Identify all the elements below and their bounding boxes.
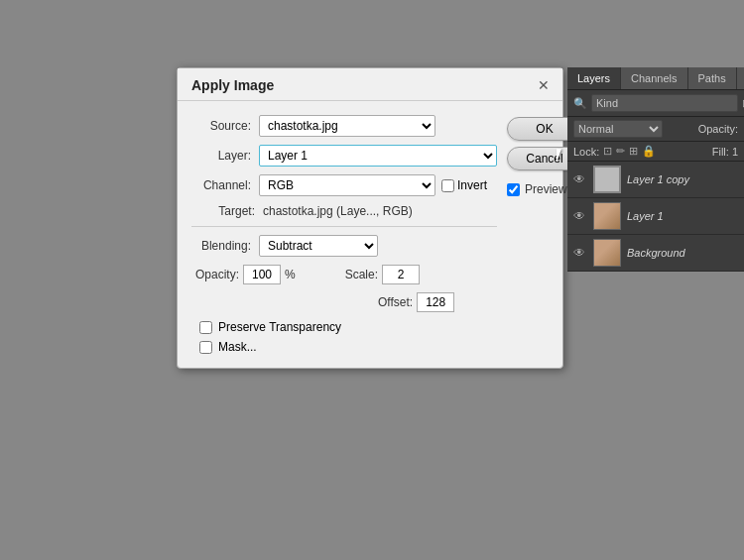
lock-label: Lock: — [573, 146, 599, 158]
preserve-transparency-row: Preserve Transparency — [191, 320, 497, 334]
offset-row: Offset: — [191, 292, 497, 312]
opacity-group: Opacity: % — [191, 265, 296, 284]
blending-label: Blending: — [191, 239, 259, 253]
eye-icon-copy[interactable]: 👁 — [573, 172, 587, 186]
blending-select[interactable]: Normal Multiply Screen Overlay Subtract … — [259, 235, 378, 257]
scale-group: Scale: — [345, 265, 420, 284]
offset-input[interactable] — [417, 292, 454, 312]
dialog-fields: Source: chastotka.jpg Layer: Background … — [191, 115, 497, 354]
offset-label: Offset: — [378, 295, 413, 309]
invert-checkbox[interactable] — [441, 179, 454, 192]
preview-checkbox[interactable] — [507, 183, 520, 196]
tab-layers[interactable]: Layers — [567, 67, 621, 89]
layer-row: Layer: Background Layer 1 Layer 1 copy — [191, 145, 497, 167]
lock-icon-4[interactable]: 🔒 — [642, 145, 656, 158]
search-icon: 🔍 — [573, 97, 587, 110]
target-label: Target: — [195, 204, 263, 218]
source-select[interactable]: chastotka.jpg — [259, 115, 435, 137]
layer-label: Layer: — [191, 149, 259, 163]
channel-controls: RGB Red Green Blue Invert — [259, 174, 487, 196]
scale-input[interactable] — [382, 265, 420, 284]
offset-group: Offset: — [378, 292, 454, 312]
invert-label: Invert — [457, 178, 487, 192]
lock-row: Lock: ⊡ ✏ ⊞ 🔒 Fill: 1 — [567, 142, 744, 162]
close-button[interactable]: ✕ — [535, 76, 553, 94]
invert-group: Invert — [441, 178, 487, 192]
preview-label: Preview — [525, 182, 567, 196]
layer-name-copy: Layer 1 copy — [627, 173, 689, 185]
layer-item-bg[interactable]: 👁 Background — [567, 235, 744, 272]
panel-search-row: 🔍 ⊡ ✏ T ⊞ — [567, 90, 744, 117]
preserve-transparency-checkbox[interactable] — [199, 321, 212, 334]
layer-name-1: Layer 1 — [627, 210, 664, 222]
layer-search-input[interactable] — [591, 94, 738, 112]
source-label: Source: — [191, 119, 259, 133]
opacity-text: Opacity: — [698, 123, 738, 135]
lock-icon-2[interactable]: ✏ — [616, 145, 625, 158]
channel-label: Channel: — [191, 178, 259, 192]
channel-select[interactable]: RGB Red Green Blue — [259, 174, 435, 196]
opacity-input[interactable] — [243, 265, 281, 284]
mask-label: Mask... — [218, 340, 257, 354]
preserve-transparency-label: Preserve Transparency — [218, 320, 341, 334]
tab-channels[interactable]: Channels — [621, 67, 687, 89]
opacity-scale-row: Opacity: % Scale: — [191, 265, 497, 284]
percent-label: % — [285, 268, 296, 281]
dialog-titlebar: Apply Image ✕ — [178, 68, 562, 101]
scale-label: Scale: — [345, 268, 378, 281]
layers-panel: Layers Channels Paths 🔍 ⊡ ✏ T ⊞ Normal O… — [567, 67, 744, 272]
layer-item-copy[interactable]: 👁 Layer 1 copy — [567, 162, 744, 198]
separator — [191, 226, 497, 227]
blend-mode-select[interactable]: Normal — [573, 120, 663, 138]
layer-select[interactable]: Background Layer 1 Layer 1 copy — [259, 145, 497, 167]
source-row: Source: chastotka.jpg — [191, 115, 497, 137]
layer-name-bg: Background — [627, 247, 685, 259]
mask-checkbox[interactable] — [199, 341, 212, 354]
layer-thumb-bg — [593, 239, 621, 267]
target-row: Target: chastotka.jpg (Laye..., RGB) — [191, 204, 497, 218]
lock-icon-1[interactable]: ⊡ — [603, 145, 612, 158]
panel-tabs: Layers Channels Paths — [567, 67, 744, 90]
layer-item-1[interactable]: 👁 Layer 1 — [567, 198, 744, 235]
blending-row: Blending: Normal Multiply Screen Overlay… — [191, 235, 497, 257]
fill-text: Fill: 1 — [712, 146, 738, 158]
blend-mode-row: Normal Opacity: — [567, 117, 744, 142]
eye-icon-1[interactable]: 👁 — [573, 209, 587, 223]
channel-row: Channel: RGB Red Green Blue Invert — [191, 174, 497, 196]
tab-paths[interactable]: Paths — [688, 67, 737, 89]
apply-image-dialog: Apply Image ✕ Source: chastotka.jpg Laye… — [177, 67, 563, 369]
target-value: chastotka.jpg (Laye..., RGB) — [263, 204, 413, 218]
mask-row: Mask... — [191, 340, 497, 354]
lock-icon-3[interactable]: ⊞ — [629, 145, 638, 158]
opacity-label: Opacity: — [191, 268, 239, 281]
layer-thumb-copy — [593, 166, 621, 193]
dialog-body: Source: chastotka.jpg Layer: Background … — [178, 101, 562, 368]
dialog-title: Apply Image — [191, 77, 274, 93]
eye-icon-bg[interactable]: 👁 — [573, 246, 587, 260]
layer-thumb-1 — [593, 202, 621, 230]
